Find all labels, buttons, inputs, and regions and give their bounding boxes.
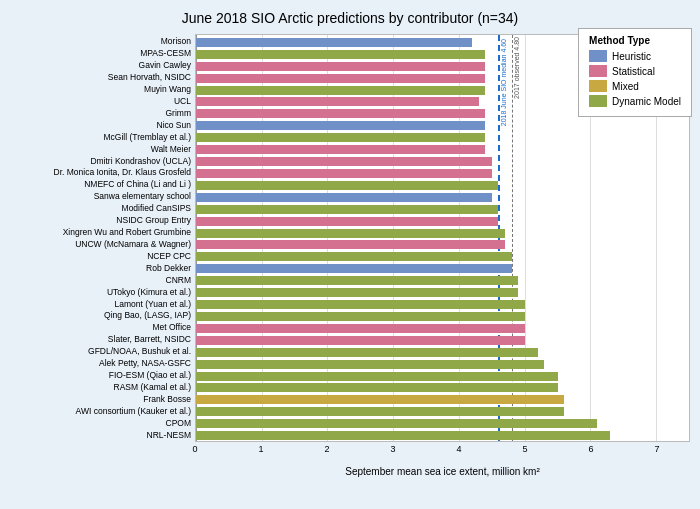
y-label: Qing Bao, (LASG, IAP) <box>104 311 191 320</box>
y-label: Sanwa elementary school <box>94 192 191 201</box>
bar <box>196 372 558 381</box>
bar <box>196 383 558 392</box>
legend-color <box>589 95 607 107</box>
y-label: AWI consortium (Kauker et al.) <box>76 406 191 415</box>
y-label: CPOM <box>166 418 192 427</box>
bar <box>196 407 564 416</box>
bar <box>196 419 597 428</box>
bar <box>196 97 479 106</box>
legend-item: Statistical <box>589 65 681 77</box>
bar <box>196 252 512 261</box>
legend-color <box>589 80 607 92</box>
x-tick: 4 <box>456 444 461 454</box>
bar <box>196 336 525 345</box>
bar <box>196 193 492 202</box>
bar <box>196 431 610 440</box>
bar <box>196 217 498 226</box>
bar <box>196 109 485 118</box>
bar <box>196 38 472 47</box>
y-axis-labels: MorisonMPAS-CESMGavin CawleySean Horvath… <box>10 34 195 442</box>
y-label: NSIDC Group Entry <box>116 216 191 225</box>
legend-label: Heuristic <box>612 51 651 62</box>
bar <box>196 169 492 178</box>
bar <box>196 240 505 249</box>
bar <box>196 324 525 333</box>
y-label: Dmitri Kondrashov (UCLA) <box>90 156 191 165</box>
y-label: RASM (Kamal et al.) <box>114 382 191 391</box>
y-label: NCEP CPC <box>147 251 191 260</box>
y-label: UNCW (McNamara & Wagner) <box>75 239 191 248</box>
legend-title: Method Type <box>589 35 681 46</box>
x-tick: 3 <box>390 444 395 454</box>
legend-label: Mixed <box>612 81 639 92</box>
legend-label: Dynamic Model <box>612 96 681 107</box>
x-tick: 1 <box>258 444 263 454</box>
x-tick: 7 <box>654 444 659 454</box>
y-label: Rob Dekker <box>146 263 191 272</box>
y-label: NRL-NESM <box>147 430 191 439</box>
bar <box>196 181 498 190</box>
y-label: NMEFC of China (Li and Li ) <box>84 180 191 189</box>
x-tick: 0 <box>192 444 197 454</box>
bar <box>196 62 485 71</box>
bar <box>196 50 485 59</box>
x-axis-label: September mean sea ice extent, million k… <box>195 466 690 477</box>
y-label: Muyin Wang <box>144 85 191 94</box>
y-label: FIO-ESM (Qiao et al.) <box>109 371 191 380</box>
y-label: Xingren Wu and Robert Grumbine <box>63 228 191 237</box>
y-label: Slater, Barrett, NSIDC <box>108 335 191 344</box>
legend-color <box>589 65 607 77</box>
y-label: Grimm <box>166 108 192 117</box>
y-label: Met Office <box>152 323 191 332</box>
legend-label: Statistical <box>612 66 655 77</box>
y-label: Gavin Cawley <box>139 61 191 70</box>
bar <box>196 86 485 95</box>
bar <box>196 264 512 273</box>
x-tick: 6 <box>588 444 593 454</box>
bar <box>196 360 544 369</box>
bar <box>196 395 564 404</box>
median-label: 2018 June SIO median 4.60 <box>500 39 507 126</box>
bar <box>196 276 518 285</box>
legend: Method TypeHeuristicStatisticalMixedDyna… <box>578 28 692 117</box>
legend-item: Dynamic Model <box>589 95 681 107</box>
bar <box>196 348 538 357</box>
y-label: Lamont (Yuan et al.) <box>114 299 191 308</box>
x-axis-ticks: 01234567 <box>195 444 690 464</box>
x-tick: 5 <box>522 444 527 454</box>
y-label: Nico Sun <box>157 120 192 129</box>
observed-label: 2017 observed 4.80 <box>513 37 520 99</box>
bar <box>196 300 525 309</box>
y-label: CNRM <box>166 275 192 284</box>
x-tick: 2 <box>324 444 329 454</box>
bar <box>196 74 485 83</box>
bar <box>196 121 485 130</box>
legend-color <box>589 50 607 62</box>
chart-container: June 2018 SIO Arctic predictions by cont… <box>0 0 700 509</box>
bar <box>196 205 498 214</box>
bar <box>196 157 492 166</box>
legend-item: Mixed <box>589 80 681 92</box>
y-label: Dr. Monica Ionita, Dr. Klaus Grosfeld <box>54 168 191 177</box>
bar <box>196 133 485 142</box>
y-label: Modified CanSIPS <box>122 204 191 213</box>
y-label: McGill (Tremblay et al.) <box>103 132 191 141</box>
y-label: UCL <box>174 96 191 105</box>
legend-item: Heuristic <box>589 50 681 62</box>
y-label: UTokyo (Kimura et al.) <box>107 287 191 296</box>
y-label: Walt Meier <box>151 144 191 153</box>
y-label: Alek Petty, NASA-GSFC <box>99 359 191 368</box>
y-label: Morison <box>161 37 191 46</box>
chart-title: June 2018 SIO Arctic predictions by cont… <box>10 10 690 26</box>
bar <box>196 145 485 154</box>
y-label: MPAS-CESM <box>140 49 191 58</box>
bar <box>196 288 518 297</box>
bar <box>196 312 525 321</box>
y-label: Frank Bosse <box>143 394 191 403</box>
y-label: GFDL/NOAA, Bushuk et al. <box>88 347 191 356</box>
bar <box>196 229 505 238</box>
y-label: Sean Horvath, NSIDC <box>108 73 191 82</box>
